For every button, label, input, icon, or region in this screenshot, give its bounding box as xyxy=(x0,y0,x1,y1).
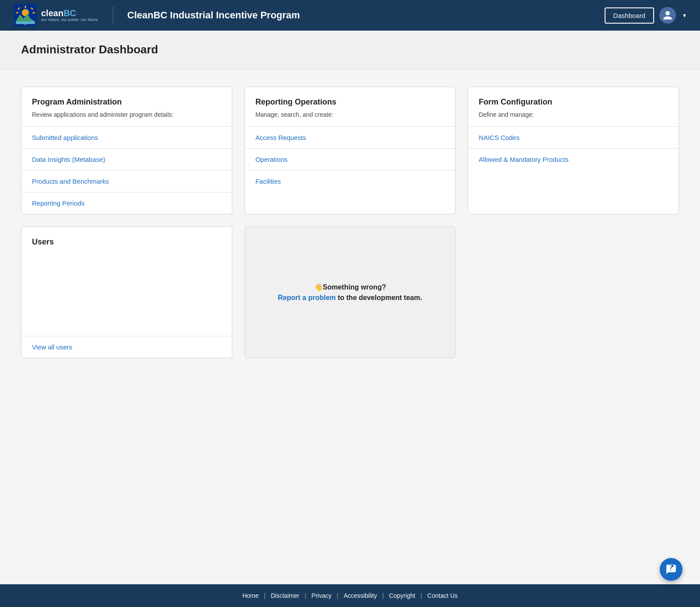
data-insights-link[interactable]: Data Insights (Metabase) xyxy=(21,149,232,171)
problem-suffix-text: to the development team. xyxy=(338,294,422,301)
cards-top-grid: Program Administration Review applicatio… xyxy=(21,87,679,214)
problem-content: 👋Something wrong? Report a problem to th… xyxy=(267,272,433,312)
user-icon xyxy=(662,10,673,21)
cleanbc-tagline: our nature. our power. our future. xyxy=(41,18,99,22)
help-icon xyxy=(665,564,677,575)
submitted-applications-link[interactable]: Submitted applications xyxy=(21,127,232,149)
header-divider xyxy=(113,7,113,24)
products-benchmarks-link[interactable]: Products and Benchmarks xyxy=(21,171,232,192)
cleanbc-logo: cleanBC our nature. our power. our futur… xyxy=(41,8,99,22)
access-requests-link[interactable]: Access Requests xyxy=(245,127,455,149)
help-fab[interactable] xyxy=(660,558,682,581)
cleanbc-wordmark: cleanBC xyxy=(41,8,99,18)
form-config-title: Form Configuration xyxy=(479,98,668,107)
page-title: Administrator Dashboard xyxy=(21,43,679,56)
header-left: cleanBC our nature. our power. our futur… xyxy=(14,4,300,27)
dashboard-button[interactable]: Dashboard xyxy=(605,7,654,24)
problem-card: 👋Something wrong? Report a problem to th… xyxy=(245,227,456,358)
wave-emoji: 👋 xyxy=(314,283,323,291)
users-title: Users xyxy=(32,237,221,247)
facilities-link[interactable]: Facilities xyxy=(245,171,455,192)
header-right: Dashboard ▾ xyxy=(605,7,686,24)
footer-disclaimer-link[interactable]: Disclaimer xyxy=(266,592,304,599)
svg-rect-2 xyxy=(25,6,26,8)
form-config-links: NAICS Codes Allowed & Mandatory Products xyxy=(468,126,679,170)
user-avatar[interactable] xyxy=(659,7,676,24)
reporting-ops-header: Reporting Operations Manage, search, and… xyxy=(245,87,455,126)
allowed-mandatory-products-link[interactable]: Allowed & Mandatory Products xyxy=(468,149,679,170)
report-problem-link[interactable]: Report a problem xyxy=(278,294,336,301)
program-admin-header: Program Administration Review applicatio… xyxy=(21,87,232,126)
svg-rect-9 xyxy=(16,21,35,24)
logo-area: cleanBC our nature. our power. our futur… xyxy=(14,4,99,27)
users-links: View all users xyxy=(21,336,232,358)
main-content: Program Administration Review applicatio… xyxy=(0,69,700,584)
cards-bottom-grid: Users View all users 👋Something wrong? R… xyxy=(21,227,679,358)
program-admin-title: Program Administration xyxy=(32,98,221,107)
view-all-users-link[interactable]: View all users xyxy=(21,336,232,358)
reporting-ops-card: Reporting Operations Manage, search, and… xyxy=(245,87,456,214)
reporting-ops-links: Access Requests Operations Facilities xyxy=(245,126,455,192)
users-card: Users View all users xyxy=(21,227,232,358)
header: cleanBC our nature. our power. our futur… xyxy=(0,0,700,31)
users-header: Users xyxy=(21,227,232,257)
user-menu-chevron[interactable]: ▾ xyxy=(683,12,686,19)
bc-logo-icon xyxy=(14,4,37,27)
footer-privacy-link[interactable]: Privacy xyxy=(306,592,337,599)
form-config-card: Form Configuration Define and manage: NA… xyxy=(468,87,679,214)
svg-rect-4 xyxy=(16,12,18,14)
users-spacer xyxy=(21,257,232,336)
header-title: CleanBC Industrial Incentive Program xyxy=(127,10,300,21)
footer-contact-link[interactable]: Contact Us xyxy=(422,592,463,599)
footer: Home | Disclaimer | Privacy | Accessibil… xyxy=(0,584,700,607)
footer-home-link[interactable]: Home xyxy=(237,592,264,599)
something-wrong-text: Something wrong? xyxy=(323,283,386,291)
reporting-ops-title: Reporting Operations xyxy=(256,98,445,107)
footer-accessibility-link[interactable]: Accessibility xyxy=(338,592,382,599)
program-admin-subtitle: Review applications and administer progr… xyxy=(32,110,221,119)
problem-action-line: Report a problem to the development team… xyxy=(278,294,422,302)
problem-text: 👋Something wrong? xyxy=(278,283,422,291)
naics-codes-link[interactable]: NAICS Codes xyxy=(468,127,679,149)
svg-rect-5 xyxy=(32,12,35,14)
form-config-subtitle: Define and manage: xyxy=(479,110,668,119)
reporting-ops-subtitle: Manage, search, and create: xyxy=(256,110,445,119)
bottom-empty-col xyxy=(468,227,679,358)
page-title-area: Administrator Dashboard xyxy=(0,31,700,69)
form-config-header: Form Configuration Define and manage: xyxy=(468,87,679,126)
program-admin-card: Program Administration Review applicatio… xyxy=(21,87,232,214)
reporting-periods-link[interactable]: Reporting Periods xyxy=(21,192,232,214)
footer-copyright-link[interactable]: Copyright xyxy=(384,592,420,599)
operations-link[interactable]: Operations xyxy=(245,149,455,171)
program-admin-links: Submitted applications Data Insights (Me… xyxy=(21,126,232,214)
